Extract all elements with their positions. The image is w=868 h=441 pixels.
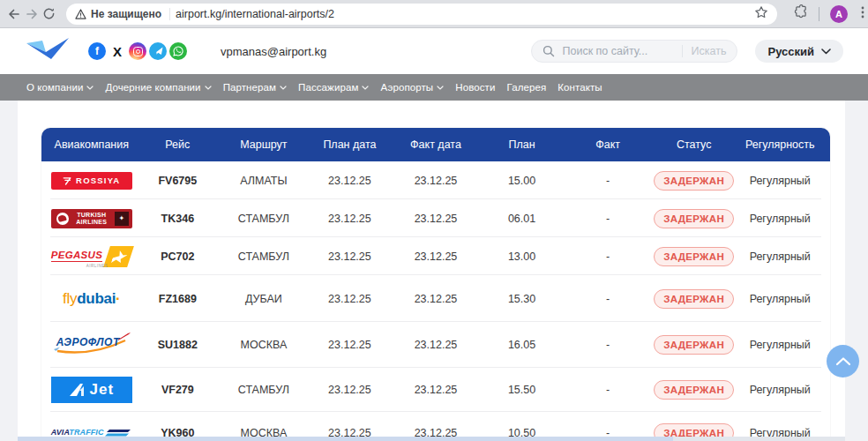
fact-date: 23.12.25 bbox=[393, 384, 479, 396]
regularity: Регулярный bbox=[737, 175, 823, 187]
table-row: flydubai· FZ1689ДУБАИ23.12.2523.12.2515.… bbox=[41, 275, 830, 322]
table-row: PEGASUSAIRLINES PC702СТАМБУЛ23.12.2523.1… bbox=[41, 237, 830, 275]
flight-number: FV6795 bbox=[135, 175, 221, 187]
chevron-down-icon bbox=[205, 86, 212, 90]
column-header: Факт bbox=[565, 138, 651, 151]
next-section-edge bbox=[18, 437, 845, 441]
regularity: Регулярный bbox=[737, 213, 823, 225]
fact-time: - bbox=[565, 293, 651, 305]
main-nav: О компанииДочерние компанииПартнерамПасс… bbox=[0, 74, 868, 101]
status-cell: ЗАДЕРЖАН bbox=[651, 209, 737, 228]
status-cell: ЗАДЕРЖАН bbox=[651, 171, 737, 191]
status-badge: ЗАДЕРЖАН bbox=[654, 335, 734, 355]
bookmark-star-icon[interactable] bbox=[754, 5, 768, 23]
plan-date: 23.12.25 bbox=[307, 293, 393, 305]
column-header: План bbox=[479, 138, 565, 151]
chevron-up-icon bbox=[835, 356, 851, 366]
nav-item-2[interactable]: Дочерние компании bbox=[105, 82, 211, 93]
airline-logo-rossiya: ROSSIYA bbox=[49, 172, 135, 190]
page-content: АвиакомпанияРейсМаршрутПлан датаФакт дат… bbox=[0, 101, 868, 441]
fact-time: - bbox=[565, 384, 651, 396]
url-bar[interactable]: Не защищено airport.kg/international-air… bbox=[66, 4, 777, 25]
facebook-icon[interactable]: f bbox=[88, 42, 106, 60]
chevron-down-icon bbox=[821, 49, 831, 55]
chevron-down-icon bbox=[437, 86, 444, 90]
status-badge: ЗАДЕРЖАН bbox=[654, 171, 734, 191]
column-header: План дата bbox=[307, 138, 393, 151]
nav-item-1[interactable]: О компании bbox=[26, 82, 94, 93]
instagram-icon[interactable] bbox=[129, 42, 146, 60]
status-cell: ЗАДЕРЖАН bbox=[651, 289, 737, 309]
flights-table-body: ROSSIYA FV6795АЛМАТЫ23.12.2523.12.2515.0… bbox=[41, 161, 830, 441]
scroll-to-top-button[interactable] bbox=[827, 345, 859, 377]
site-logo[interactable] bbox=[25, 38, 71, 64]
social-links: f X bbox=[88, 42, 187, 60]
fact-time: - bbox=[565, 213, 651, 225]
fact-time: - bbox=[565, 175, 651, 187]
search-placeholder[interactable]: Поиск по сайту... bbox=[562, 45, 674, 57]
content-container: АвиакомпанияРейсМаршрутПлан датаФакт дат… bbox=[18, 101, 845, 441]
whatsapp-icon[interactable] bbox=[169, 42, 187, 60]
search-submit-button[interactable]: Искать bbox=[682, 45, 727, 57]
security-warning[interactable]: Не защищено bbox=[75, 8, 170, 20]
flight-number: TK346 bbox=[135, 213, 221, 225]
back-icon[interactable] bbox=[7, 4, 21, 25]
menu-kebab-icon[interactable] bbox=[857, 5, 868, 23]
profile-avatar[interactable]: A bbox=[830, 5, 848, 23]
flight-number: SU1882 bbox=[135, 339, 221, 351]
airline-logo-ajet: Jet bbox=[49, 377, 135, 403]
plan-time: 06.01 bbox=[479, 213, 565, 225]
fact-date: 23.12.25 bbox=[393, 293, 479, 305]
nav-item-4[interactable]: Пассажирам bbox=[298, 82, 369, 93]
extensions-icon[interactable] bbox=[793, 4, 808, 23]
column-header: Рейс bbox=[135, 138, 221, 151]
status-cell: ЗАДЕРЖАН bbox=[651, 247, 737, 266]
route: МОСКВА bbox=[221, 339, 307, 351]
plan-date: 23.12.25 bbox=[307, 339, 393, 351]
status-cell: ЗАДЕРЖАН bbox=[651, 380, 737, 400]
nav-item-8[interactable]: Контакты bbox=[557, 82, 602, 93]
url-text: airport.kg/international-airports/2 bbox=[176, 8, 334, 20]
nav-item-7[interactable]: Галерея bbox=[506, 82, 546, 93]
route: СТАМБУЛ bbox=[221, 384, 307, 396]
table-row: TURKISHAIRLINES✦ TK346СТАМБУЛ23.12.2523.… bbox=[41, 199, 830, 237]
browser-toolbar: Не защищено airport.kg/international-air… bbox=[0, 0, 868, 28]
nav-item-5[interactable]: Аэропорты bbox=[380, 82, 444, 93]
fact-date: 23.12.25 bbox=[393, 213, 479, 225]
status-badge: ЗАДЕРЖАН bbox=[654, 209, 734, 228]
fact-date: 23.12.25 bbox=[393, 250, 479, 263]
language-selector[interactable]: Русский bbox=[755, 40, 843, 63]
plan-date: 23.12.25 bbox=[307, 175, 393, 187]
table-row: Jet VF279СТАМБУЛ23.12.2523.12.2515.50-ЗА… bbox=[41, 368, 830, 412]
column-header: Маршрут bbox=[221, 138, 307, 151]
nav-item-6[interactable]: Новости bbox=[455, 82, 495, 93]
column-header: Авиакомпания bbox=[49, 138, 135, 151]
route: ДУБАИ bbox=[221, 293, 307, 305]
x-twitter-icon[interactable]: X bbox=[108, 42, 126, 60]
regularity: Регулярный bbox=[737, 384, 823, 396]
status-badge: ЗАДЕРЖАН bbox=[654, 380, 734, 400]
column-header: Факт дата bbox=[393, 138, 479, 151]
flight-number: VF279 bbox=[135, 384, 221, 396]
flight-number: FZ1689 bbox=[135, 293, 221, 305]
flights-table: АвиакомпанияРейсМаршрутПлан датаФакт дат… bbox=[41, 128, 830, 441]
regularity: Регулярный bbox=[737, 250, 823, 263]
table-row: ROSSIYA FV6795АЛМАТЫ23.12.2523.12.2515.0… bbox=[41, 161, 830, 199]
reload-icon[interactable] bbox=[42, 4, 56, 25]
warning-icon bbox=[75, 9, 86, 19]
contact-email[interactable]: vpmanas@airport.kg bbox=[221, 45, 326, 58]
airline-logo-flydubai: flydubai· bbox=[49, 290, 135, 308]
status-badge: ЗАДЕРЖАН bbox=[654, 289, 734, 309]
site-search[interactable]: Поиск по сайту... Искать bbox=[531, 40, 737, 63]
chevron-down-icon bbox=[280, 86, 287, 90]
status-badge: ЗАДЕРЖАН bbox=[654, 247, 734, 266]
telegram-icon[interactable] bbox=[149, 42, 167, 60]
plan-time: 15.00 bbox=[479, 175, 565, 187]
plan-time: 15.50 bbox=[479, 384, 565, 396]
table-row: АЭРОФЛОТ SU1882МОСКВА23.12.2523.12.2516.… bbox=[41, 322, 830, 368]
plan-time: 15.30 bbox=[479, 293, 565, 305]
nav-item-3[interactable]: Партнерам bbox=[223, 82, 287, 93]
forward-icon[interactable] bbox=[25, 4, 39, 25]
fact-date: 23.12.25 bbox=[393, 339, 479, 351]
route: СТАМБУЛ bbox=[221, 213, 307, 225]
